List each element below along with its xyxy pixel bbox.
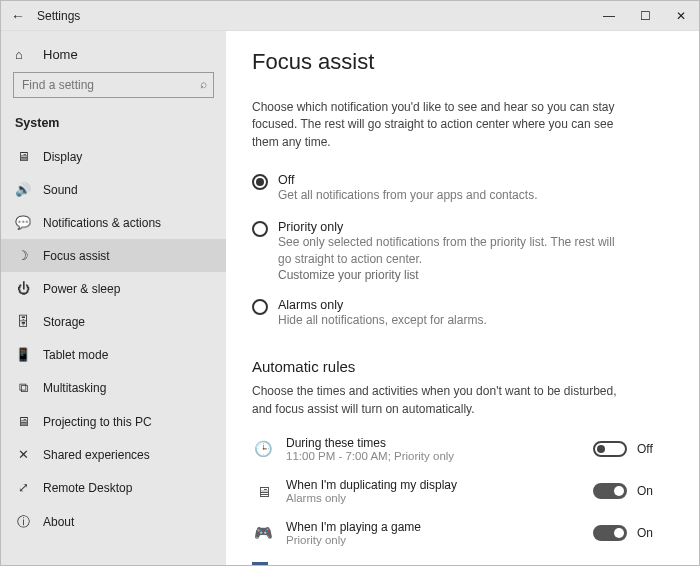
radio-alarms-only[interactable]: Alarms onlyHide all notifications, excep… [252, 292, 673, 339]
nav-label: Focus assist [43, 249, 110, 263]
nav-icon: 🔊 [15, 182, 31, 197]
sidebar-item-shared-experiences[interactable]: ✕Shared experiences [1, 438, 226, 471]
rule-icon: 🕒 [252, 440, 274, 458]
rule-title: When I'm duplicating my display [286, 478, 581, 492]
rule-title: When I'm playing a game [286, 520, 581, 534]
nav-icon: 🖥 [15, 414, 31, 429]
minimize-button[interactable]: — [591, 1, 627, 31]
maximize-button[interactable]: ☐ [627, 1, 663, 31]
sidebar-item-display[interactable]: 🖥Display [1, 140, 226, 173]
rule-icon: 🎮 [252, 524, 274, 542]
nav-icon: ☽ [15, 248, 31, 263]
nav-icon: ✕ [15, 447, 31, 462]
rule-when-i-m-duplicating-my-display[interactable]: 🖥When I'm duplicating my displayAlarms o… [252, 470, 673, 512]
nav-icon: ⤢ [15, 480, 31, 495]
nav-icon: 🖥 [15, 149, 31, 164]
window-title: Settings [35, 9, 80, 23]
toggle-state-label: Off [637, 442, 653, 456]
summary-checkbox-label: Show me a summary of what I missed while… [278, 563, 619, 565]
sidebar-item-multitasking[interactable]: ⧉Multitasking [1, 371, 226, 405]
radio-icon [252, 221, 268, 237]
toggle[interactable] [593, 525, 627, 541]
nav-icon: 💬 [15, 215, 31, 230]
home-label: Home [43, 47, 78, 62]
sidebar-item-projecting-to-this-pc[interactable]: 🖥Projecting to this PC [1, 405, 226, 438]
nav-label: About [43, 515, 74, 529]
radio-priority-only[interactable]: Priority onlySee only selected notificat… [252, 214, 673, 292]
radio-label: Priority only [278, 220, 618, 234]
nav-icon: ⧉ [15, 380, 31, 396]
toggle[interactable] [593, 441, 627, 457]
back-button[interactable]: ← [1, 8, 35, 24]
titlebar: ← Settings — ☐ ✕ [1, 1, 699, 31]
radio-icon [252, 174, 268, 190]
search-input[interactable] [13, 72, 214, 98]
rule-sub: Alarms only [286, 492, 581, 504]
page-title: Focus assist [252, 49, 673, 75]
toggle[interactable] [593, 483, 627, 499]
nav-label: Shared experiences [43, 448, 150, 462]
sidebar-item-about[interactable]: ⓘAbout [1, 504, 226, 540]
radio-off[interactable]: OffGet all notifications from your apps … [252, 167, 673, 214]
nav-label: Sound [43, 183, 78, 197]
nav-label: Remote Desktop [43, 481, 132, 495]
rule-title: During these times [286, 436, 581, 450]
radio-desc: Hide all notifications, except for alarm… [278, 312, 487, 329]
toggle-state-label: On [637, 526, 653, 540]
settings-window: ← Settings — ☐ ✕ ⌂ Home ⌕ System 🖥Displa… [0, 0, 700, 566]
nav-icon: ⓘ [15, 513, 31, 531]
customize-priority-link[interactable]: Customize your priority list [278, 268, 618, 282]
sidebar-item-sound[interactable]: 🔊Sound [1, 173, 226, 206]
nav-icon: ⏻ [15, 281, 31, 296]
search-box: ⌕ [13, 72, 214, 98]
content-area: Focus assist Choose which notification y… [226, 31, 699, 565]
sidebar-item-remote-desktop[interactable]: ⤢Remote Desktop [1, 471, 226, 504]
toggle-state-label: On [637, 484, 653, 498]
sidebar-item-power-sleep[interactable]: ⏻Power & sleep [1, 272, 226, 305]
radio-label: Alarms only [278, 298, 487, 312]
page-intro: Choose which notification you'd like to … [252, 99, 622, 151]
radio-desc: See only selected notifications from the… [278, 234, 618, 268]
rule-sub: Priority only [286, 534, 581, 546]
nav-icon: 📱 [15, 347, 31, 362]
nav-label: Display [43, 150, 82, 164]
sidebar-item-notifications-actions[interactable]: 💬Notifications & actions [1, 206, 226, 239]
rule-during-these-times[interactable]: 🕒During these times11:00 PM - 7:00 AM; P… [252, 428, 673, 470]
radio-label: Off [278, 173, 537, 187]
summary-checkbox-row[interactable]: ✓ Show me a summary of what I missed whi… [252, 554, 673, 565]
rules-heading: Automatic rules [252, 358, 673, 375]
section-title: System [1, 112, 226, 140]
focus-mode-radio-group: OffGet all notifications from your apps … [252, 167, 673, 338]
search-icon: ⌕ [200, 77, 207, 91]
rules-list: 🕒During these times11:00 PM - 7:00 AM; P… [252, 428, 673, 554]
close-button[interactable]: ✕ [663, 1, 699, 31]
sidebar: ⌂ Home ⌕ System 🖥Display🔊Sound💬Notificat… [1, 31, 226, 565]
nav-label: Projecting to this PC [43, 415, 152, 429]
home-link[interactable]: ⌂ Home [1, 41, 226, 72]
nav-list: 🖥Display🔊Sound💬Notifications & actions☽F… [1, 140, 226, 540]
rules-desc: Choose the times and activities when you… [252, 383, 622, 418]
sidebar-item-tablet-mode[interactable]: 📱Tablet mode [1, 338, 226, 371]
nav-icon: 🗄 [15, 314, 31, 329]
rule-icon: 🖥 [252, 483, 274, 500]
nav-label: Tablet mode [43, 348, 108, 362]
sidebar-item-storage[interactable]: 🗄Storage [1, 305, 226, 338]
home-icon: ⌂ [15, 47, 31, 62]
rule-sub: 11:00 PM - 7:00 AM; Priority only [286, 450, 581, 462]
radio-desc: Get all notifications from your apps and… [278, 187, 537, 204]
nav-label: Power & sleep [43, 282, 120, 296]
nav-label: Storage [43, 315, 85, 329]
nav-label: Notifications & actions [43, 216, 161, 230]
nav-label: Multitasking [43, 381, 106, 395]
radio-icon [252, 299, 268, 315]
checkbox-icon: ✓ [252, 562, 268, 565]
sidebar-item-focus-assist[interactable]: ☽Focus assist [1, 239, 226, 272]
rule-when-i-m-playing-a-game[interactable]: 🎮When I'm playing a gamePriority onlyOn [252, 512, 673, 554]
